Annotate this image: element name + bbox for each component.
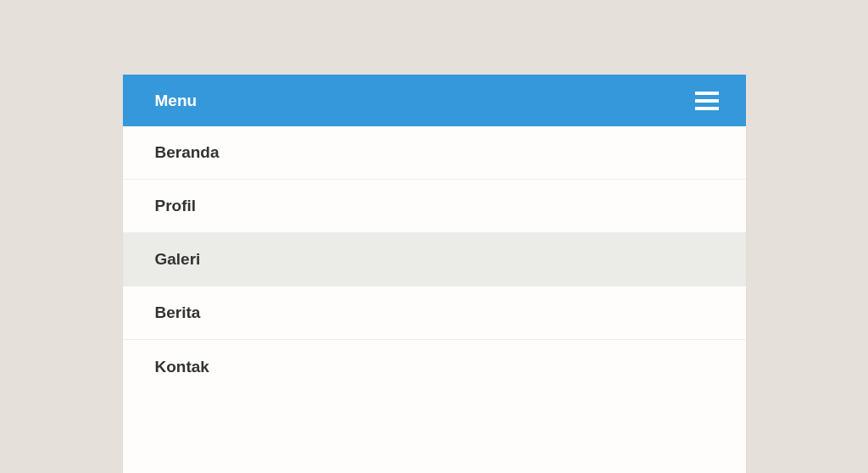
menu-container: Menu Beranda Profil Galeri Berita Kontak (123, 75, 746, 473)
menu-item-label: Berita (155, 303, 201, 322)
menu-item-profil[interactable]: Profil (123, 180, 746, 233)
menu-item-label: Galeri (155, 250, 201, 269)
menu-item-label: Kontak (155, 358, 209, 376)
menu-item-berita[interactable]: Berita (123, 287, 746, 340)
menu-title: Menu (155, 92, 198, 110)
menu-item-kontak[interactable]: Kontak (123, 340, 746, 393)
hamburger-icon[interactable] (695, 92, 719, 110)
menu-header: Menu (123, 75, 746, 126)
menu-item-galeri[interactable]: Galeri (123, 233, 746, 287)
menu-item-beranda[interactable]: Beranda (123, 126, 746, 180)
menu-list: Beranda Profil Galeri Berita Kontak (123, 126, 746, 393)
menu-item-label: Profil (155, 197, 197, 215)
menu-item-label: Beranda (155, 143, 220, 162)
